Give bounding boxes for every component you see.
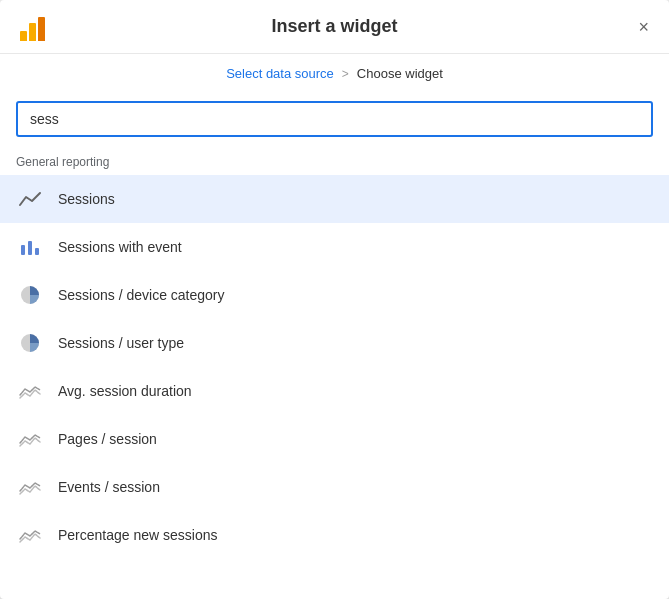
list-item[interactable]: Avg. session duration bbox=[0, 367, 669, 415]
logo-bar-1 bbox=[20, 31, 27, 41]
svg-rect-1 bbox=[28, 241, 32, 255]
item-label: Sessions with event bbox=[58, 239, 182, 255]
list-item[interactable]: Sessions / user type bbox=[0, 319, 669, 367]
list-item[interactable]: Sessions with event bbox=[0, 223, 669, 271]
app-logo bbox=[20, 13, 45, 41]
bar-icon bbox=[16, 233, 44, 261]
line-multi-icon bbox=[16, 425, 44, 453]
dialog-header: Insert a widget × bbox=[0, 0, 669, 54]
pie-icon bbox=[16, 281, 44, 309]
item-label: Sessions / user type bbox=[58, 335, 184, 351]
section-header: General reporting bbox=[0, 145, 669, 175]
list-item[interactable]: Pages / session bbox=[0, 415, 669, 463]
list-item[interactable]: Sessions bbox=[0, 175, 669, 223]
line-icon bbox=[16, 185, 44, 213]
logo-bar-2 bbox=[29, 23, 36, 41]
breadcrumb-step1[interactable]: Select data source bbox=[226, 66, 334, 81]
item-label: Events / session bbox=[58, 479, 160, 495]
breadcrumb-separator: > bbox=[342, 67, 349, 81]
item-label: Avg. session duration bbox=[58, 383, 192, 399]
pie-icon bbox=[16, 329, 44, 357]
list-item[interactable]: Events / session bbox=[0, 463, 669, 511]
dialog-title: Insert a widget bbox=[271, 16, 397, 37]
svg-rect-2 bbox=[35, 248, 39, 255]
list-item[interactable]: Sessions / device category bbox=[0, 271, 669, 319]
breadcrumb-step2: Choose widget bbox=[357, 66, 443, 81]
logo-bar-3 bbox=[38, 17, 45, 41]
line-multi-icon bbox=[16, 377, 44, 405]
search-input[interactable] bbox=[16, 101, 653, 137]
close-button[interactable]: × bbox=[634, 14, 653, 40]
svg-rect-0 bbox=[21, 245, 25, 255]
item-label: Pages / session bbox=[58, 431, 157, 447]
widget-list-container: General reporting Sessions Sessions with… bbox=[0, 145, 669, 599]
breadcrumb: Select data source > Choose widget bbox=[0, 54, 669, 93]
list-item[interactable]: Percentage new sessions bbox=[0, 511, 669, 559]
insert-widget-dialog: Insert a widget × Select data source > C… bbox=[0, 0, 669, 599]
line-multi-icon bbox=[16, 521, 44, 549]
line-multi-icon bbox=[16, 473, 44, 501]
item-label: Sessions / device category bbox=[58, 287, 225, 303]
item-label: Percentage new sessions bbox=[58, 527, 218, 543]
search-container bbox=[0, 93, 669, 145]
item-label: Sessions bbox=[58, 191, 115, 207]
